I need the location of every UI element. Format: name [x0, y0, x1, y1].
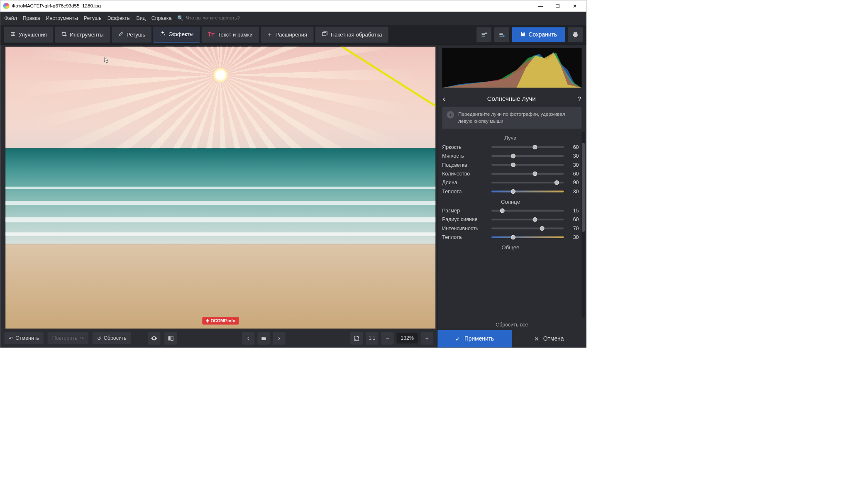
slider-row: Интенсивность70	[442, 225, 579, 231]
zoom-value[interactable]: 132%	[397, 333, 418, 343]
slider-row: Теплота30	[442, 234, 579, 240]
panel-title: Солнечные лучи	[445, 95, 578, 102]
canvas[interactable]: ✚ OCOMP.info	[5, 46, 435, 329]
tab-label: Текст и рамки	[217, 32, 252, 38]
sliders-icon	[10, 31, 16, 38]
slider-thumb[interactable]	[532, 171, 537, 176]
slider-value: 60	[567, 171, 579, 177]
next-image-button[interactable]: ›	[273, 332, 285, 344]
slider-row: Количество60	[442, 171, 579, 177]
slider-track[interactable]	[491, 155, 564, 157]
redo-icon: ↷	[80, 335, 84, 341]
slider-thumb[interactable]	[500, 208, 505, 213]
reset-label: Сбросить	[104, 335, 127, 341]
svg-point-4	[13, 34, 14, 34]
save-button[interactable]: Сохранить	[512, 27, 565, 42]
tab-effects[interactable]: Эффекты	[153, 27, 200, 43]
menu-retouch[interactable]: Ретушь	[84, 15, 102, 21]
reset-all-link[interactable]: Сбросить все	[437, 322, 586, 328]
svg-rect-6	[322, 32, 326, 36]
slider-row: Подсветка30	[442, 162, 579, 168]
slider-label: Радиус сияния	[442, 217, 488, 222]
tab-text-frames[interactable]: TᴛТекст и рамки	[202, 27, 259, 43]
fit-screen-button[interactable]	[350, 332, 363, 344]
slider-value: 30	[567, 153, 579, 159]
save-icon	[520, 31, 526, 38]
histogram	[442, 48, 581, 88]
tab-label: Расширения	[276, 32, 307, 38]
slider-track[interactable]	[491, 228, 564, 229]
panel-header: ‹ Солнечные лучи ?	[437, 90, 586, 107]
menu-help[interactable]: Справка	[151, 15, 172, 21]
cancel-label: Отмена	[543, 336, 564, 342]
apply-button[interactable]: ✓ Применить	[437, 330, 512, 348]
apply-label: Применить	[464, 336, 494, 342]
close-button[interactable]: ✕	[566, 0, 583, 12]
undo-label: Отменить	[15, 335, 39, 341]
menu-edit[interactable]: Правка	[23, 15, 40, 21]
tab-batch[interactable]: Пакетная обработка	[315, 27, 388, 43]
zoom-in-button[interactable]: +	[421, 332, 433, 344]
title-bar: ФотоМАСТЕР - girl-g678c93d55_1280.jpg — …	[0, 0, 586, 12]
slider-value: 30	[567, 162, 579, 168]
hint-text: Передвигайте лучи по фотографии, удержив…	[458, 111, 577, 125]
undo-icon: ↶	[9, 335, 13, 341]
slider-track[interactable]	[491, 173, 564, 175]
reset-button[interactable]: ↺Сбросить	[93, 332, 131, 344]
minimize-button[interactable]: —	[532, 0, 549, 12]
slider-track[interactable]	[491, 210, 564, 212]
slider-thumb[interactable]	[511, 163, 515, 167]
print-button[interactable]	[568, 27, 583, 42]
slider-track[interactable]	[491, 236, 564, 238]
slider-thumb[interactable]	[532, 145, 537, 149]
slider-row: Размер15	[442, 208, 579, 214]
zoom-out-button[interactable]: −	[381, 332, 393, 344]
tab-tools[interactable]: Инструменты	[55, 27, 110, 43]
menu-file[interactable]: Файл	[4, 15, 17, 21]
tab-label: Улучшения	[19, 32, 47, 38]
slider-value: 90	[567, 180, 579, 185]
slider-track[interactable]	[491, 164, 564, 166]
menu-tools[interactable]: Инструменты	[46, 15, 78, 21]
scrollbar[interactable]	[581, 131, 585, 317]
actual-size-button[interactable]: 1:1	[366, 332, 378, 344]
reset-icon: ↺	[97, 335, 101, 341]
preview-button[interactable]	[148, 332, 160, 344]
tab-extensions[interactable]: ＋Расширения	[261, 27, 313, 43]
slider-track[interactable]	[491, 182, 564, 183]
tab-retouch[interactable]: Ретушь	[112, 27, 151, 43]
search-input[interactable]	[186, 15, 266, 21]
slider-thumb[interactable]	[511, 189, 515, 194]
svg-rect-22	[354, 336, 359, 340]
cursor-icon	[104, 57, 109, 63]
maximize-button[interactable]: ☐	[549, 0, 566, 12]
open-folder-button[interactable]	[257, 332, 270, 344]
slider-track[interactable]	[491, 219, 564, 220]
settings-history-icon[interactable]	[494, 27, 509, 42]
slider-thumb[interactable]	[532, 217, 537, 222]
menu-view[interactable]: Вид	[136, 15, 145, 21]
slider-label: Яркость	[442, 144, 488, 150]
image-stack-icon	[322, 31, 328, 39]
search-icon: 🔍	[177, 15, 183, 21]
slider-thumb[interactable]	[540, 226, 545, 231]
menu-effects[interactable]: Эффекты	[107, 15, 130, 21]
compare-button[interactable]	[164, 332, 177, 344]
cancel-button[interactable]: ✕ Отмена	[512, 330, 586, 348]
undo-button[interactable]: ↶Отменить	[4, 332, 44, 344]
slider-value: 60	[567, 144, 579, 150]
help-button[interactable]: ?	[578, 95, 581, 102]
check-icon: ✓	[455, 335, 460, 342]
slider-row: Теплота30	[442, 188, 579, 194]
menu-bar: Файл Правка Инструменты Ретушь Эффекты В…	[0, 12, 586, 24]
slider-track[interactable]	[491, 146, 564, 148]
tab-enhancements[interactable]: Улучшения	[4, 27, 53, 43]
info-icon: i	[447, 111, 454, 119]
settings-add-icon[interactable]: +	[476, 27, 491, 42]
slider-track[interactable]	[491, 191, 564, 192]
slider-thumb[interactable]	[511, 154, 515, 158]
prev-image-button[interactable]: ‹	[242, 332, 254, 344]
slider-thumb[interactable]	[554, 180, 559, 185]
redo-button[interactable]: Повторить↷	[48, 332, 89, 344]
slider-thumb[interactable]	[511, 235, 515, 240]
